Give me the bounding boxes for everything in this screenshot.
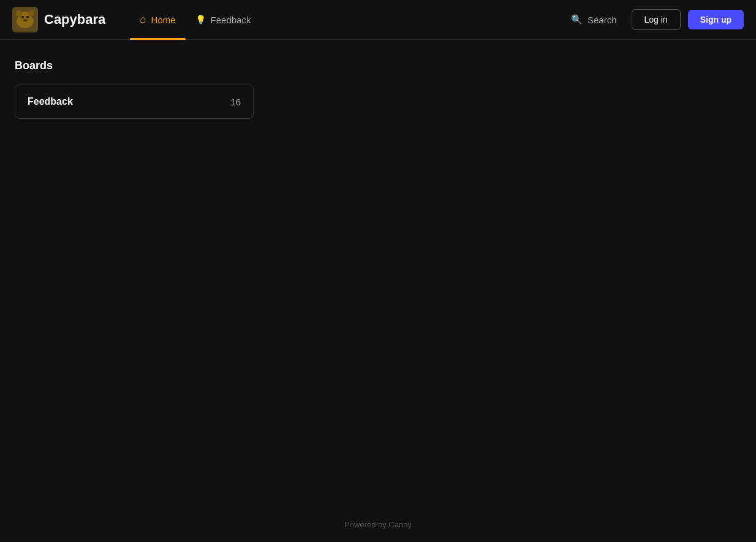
nav-feedback-label: Feedback [211,15,251,25]
search-icon [571,14,583,25]
svg-point-6 [26,16,29,18]
nav-home[interactable]: Home [130,0,185,40]
boards-title: Boards [15,59,741,72]
header-right: Search Log in Sign up [564,9,744,30]
svg-point-8 [24,20,25,21]
app-name: Capybara [44,12,105,28]
header: Capybara Home Feedback Search Log in Sig… [0,0,756,40]
footer: Powered by Canny [0,506,756,542]
login-button[interactable]: Log in [632,9,681,30]
svg-point-9 [25,20,26,21]
search-label: Search [588,15,617,25]
svg-point-4 [28,10,34,17]
home-icon [140,13,146,26]
signup-button[interactable]: Sign up [688,10,744,29]
nav-home-label: Home [151,15,176,25]
logo-area[interactable]: Capybara [12,7,105,32]
search-button[interactable]: Search [564,9,624,30]
main-nav: Home Feedback [130,0,564,40]
svg-point-5 [21,16,24,18]
powered-by-text: Powered by Canny [344,520,412,529]
board-count: 16 [230,97,241,107]
bulb-icon [195,14,206,25]
svg-point-3 [16,10,22,17]
board-card-feedback[interactable]: Feedback 16 [15,85,254,119]
app-logo [12,7,38,32]
nav-feedback[interactable]: Feedback [186,0,261,40]
board-name: Feedback [28,96,73,107]
main-content: Boards Feedback 16 [0,40,756,138]
